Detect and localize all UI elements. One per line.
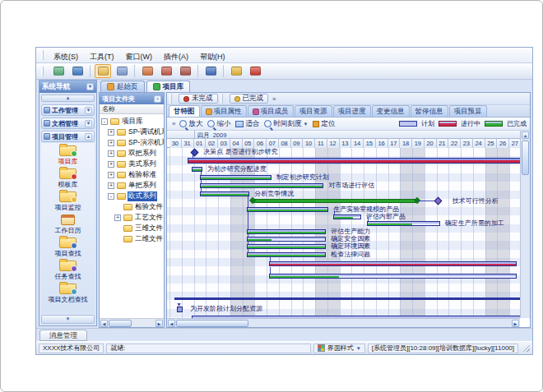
tree-item[interactable]: +SP-调试机系 [101, 127, 164, 137]
filter-button[interactable]: 已完成 [230, 94, 269, 104]
gantt-milestone-square[interactable] [177, 307, 183, 312]
scroll-up-icon[interactable]: ▲ [522, 131, 529, 139]
view-tab[interactable]: 起始页 [100, 81, 145, 92]
scroll-right-icon[interactable]: ▶ [155, 320, 163, 327]
pin-icon[interactable]: • [154, 95, 161, 103]
tab-content[interactable]: 项目成员 [248, 105, 294, 117]
menu-item[interactable]: 窗口(W) [120, 51, 159, 62]
sidebar-group-0[interactable]: 工作管理▼ [41, 104, 95, 116]
scrollbar-thumb[interactable] [522, 141, 529, 175]
resize-grip[interactable] [522, 344, 530, 352]
tab-content[interactable]: 项目预算 [449, 105, 487, 117]
expand-icon[interactable]: + [108, 129, 114, 136]
tree-item[interactable]: +双把系列 [101, 148, 164, 159]
gantt-horizontal-scrollbar[interactable]: ◀ ▶ [167, 318, 520, 327]
gantt-bar[interactable] [269, 274, 517, 279]
tab-content[interactable]: 变更信息 [372, 105, 410, 117]
sidebar-item[interactable]: 项目库 [58, 145, 78, 166]
tree-column-header[interactable]: 名称 [100, 104, 164, 114]
tree-item[interactable]: +单把系列 [101, 180, 164, 191]
zoom-out-button[interactable]: 缩小 [207, 119, 230, 129]
gantt-vertical-scrollbar[interactable]: ▲ [520, 131, 530, 318]
tab-content[interactable]: 项目进度 [333, 105, 371, 117]
scroll-left-icon[interactable]: ◀ [100, 320, 108, 327]
gantt-bar[interactable] [247, 244, 326, 249]
expand-icon[interactable]: + [108, 161, 114, 168]
gantt-bar[interactable] [247, 229, 326, 234]
sidebar-item[interactable]: 项目文档查找 [49, 284, 88, 304]
gantt-summary-bar[interactable] [252, 199, 418, 203]
tree-item[interactable]: 检验文件 [101, 201, 164, 212]
gantt-bar[interactable] [333, 214, 361, 219]
scroll-right-icon[interactable]: ▶ [512, 320, 519, 327]
gantt-bar[interactable] [200, 175, 272, 180]
folder-button[interactable] [95, 64, 111, 78]
menu-item[interactable]: 插件(A) [158, 51, 194, 62]
view-tab[interactable]: 项目库 [146, 81, 191, 92]
gantt-bar[interactable] [247, 237, 326, 242]
expand-icon[interactable]: + [108, 172, 114, 178]
scrollbar-thumb[interactable] [176, 320, 248, 327]
tree-item[interactable]: -欧式系列 [101, 191, 164, 201]
tree-item[interactable]: +SP-演示机系 [101, 137, 164, 148]
sidebar-collapse-button[interactable]: ▲ [41, 95, 95, 102]
expand-icon[interactable]: + [114, 214, 121, 221]
mail-report-button[interactable] [158, 64, 174, 78]
chevron-down-icon[interactable]: ▼ [85, 107, 92, 114]
tab-content[interactable]: 项目属性 [201, 105, 247, 117]
menu-grip-handle[interactable] [41, 50, 44, 60]
filter-button[interactable]: 未完成 [179, 94, 218, 104]
expand-icon[interactable]: + [108, 182, 114, 189]
gantt-bar[interactable] [247, 252, 326, 257]
tree-item[interactable]: -项目库 [101, 116, 164, 127]
zoom-in-button[interactable]: 放大 [179, 119, 202, 129]
ui-style-button[interactable]: 界面样式 ▼ [313, 344, 365, 353]
tree-horizontal-scrollbar[interactable]: ◀ ▶ [100, 318, 164, 327]
gantt-bar[interactable] [247, 207, 328, 212]
gantt-bar[interactable] [200, 183, 323, 188]
toolbar-overflow-chevron[interactable]: » [172, 120, 175, 127]
tree-item[interactable]: +工艺文件 [101, 212, 164, 223]
tab-message-manager[interactable]: 消息管理 [39, 330, 87, 341]
tab-content[interactable]: 项目资源 [295, 105, 332, 117]
gantt-bar[interactable] [192, 167, 202, 172]
collapse-icon[interactable]: - [108, 193, 114, 200]
chevron-down-icon[interactable]: ▼ [85, 120, 92, 127]
sidebar-item[interactable]: 模板库 [58, 168, 78, 189]
menu-item[interactable]: 系统(S) [48, 51, 84, 62]
globe-button[interactable] [69, 64, 86, 78]
tree-item[interactable]: 三维文件 [101, 223, 164, 233]
mail-send-button[interactable] [177, 64, 193, 78]
fit-button[interactable]: 适合 [235, 119, 259, 129]
sidebar-group-2[interactable]: 项目管理▲ [41, 131, 95, 142]
time-scale-button[interactable]: 时间刻度▼ [264, 119, 308, 129]
expand-icon[interactable]: + [108, 150, 114, 157]
tree-item[interactable]: 二维文件 [101, 233, 164, 244]
gantt-bar[interactable] [174, 297, 520, 300]
expand-icon[interactable]: + [108, 140, 114, 146]
sidebar-item[interactable]: 任务查找 [55, 261, 81, 281]
sidebar-item[interactable]: 项目查找 [55, 238, 81, 258]
chevron-up-icon[interactable]: ▲ [85, 133, 92, 141]
filter-grip-handle[interactable] [169, 94, 172, 104]
lock-button[interactable] [228, 64, 244, 78]
scrollbar-thumb[interactable] [109, 320, 132, 327]
gantt-bar[interactable] [188, 158, 520, 164]
sidebar-menu-icon[interactable]: ▾ [86, 83, 94, 90]
help-button[interactable] [202, 64, 219, 78]
power-button[interactable] [247, 64, 263, 78]
sidebar-group-1[interactable]: 文档管理▼ [41, 118, 95, 129]
tree-item[interactable]: +检验标准 [101, 169, 164, 180]
scroll-left-icon[interactable]: ◀ [168, 320, 175, 327]
gantt-bar[interactable] [200, 191, 249, 196]
gantt-bar[interactable] [269, 261, 517, 266]
window-button[interactable] [114, 64, 130, 78]
tab-content[interactable]: 暂停信息 [411, 105, 448, 117]
filter-grip-handle[interactable] [220, 94, 223, 104]
sidebar-scroll-down[interactable]: ▼ [41, 315, 95, 324]
sidebar-item[interactable]: 项目监控 [55, 191, 81, 212]
mail-button[interactable] [139, 64, 155, 78]
tree-item[interactable]: +美式系列 [101, 159, 164, 169]
menu-item[interactable]: 工具(T) [84, 51, 120, 62]
computer-button[interactable] [50, 64, 67, 78]
